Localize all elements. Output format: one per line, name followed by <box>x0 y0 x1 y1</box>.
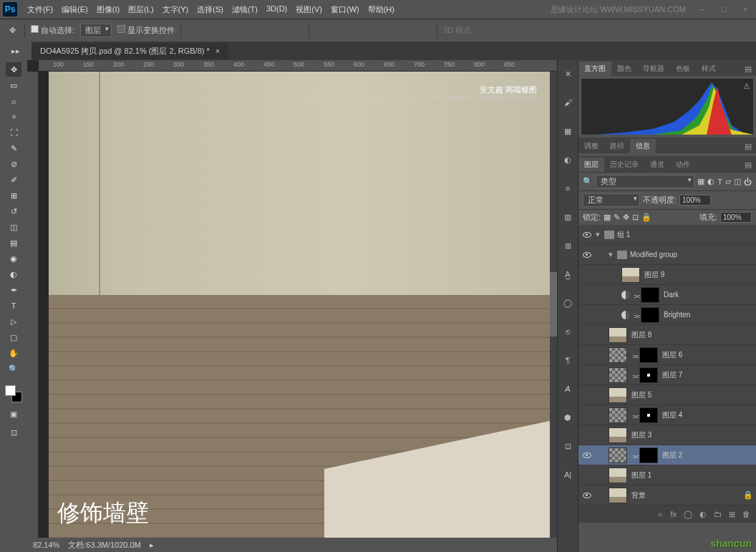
dodge-tool[interactable]: ◐ <box>6 267 21 281</box>
distribute-icon[interactable] <box>315 24 328 37</box>
layer-row[interactable]: 图层 9 <box>578 265 756 285</box>
magic-wand-tool[interactable]: ✧ <box>6 110 21 124</box>
layer-row[interactable]: ⫘图层 6 <box>578 345 756 365</box>
color-swatches[interactable] <box>5 385 22 402</box>
type-tool[interactable]: T <box>6 299 21 313</box>
auto-select-checkbox[interactable]: 自动选择: <box>31 25 74 36</box>
align-hcenter-icon[interactable] <box>271 24 284 37</box>
lock-nest-icon[interactable]: ⊡ <box>632 213 639 222</box>
canvas[interactable]: anwenchaoAN WENCHAO HIGH-END GRAPHIC OFF… <box>49 72 550 538</box>
crop-tool[interactable]: ⛶ <box>6 125 21 140</box>
layer-row[interactable]: 图层 8 <box>578 325 756 345</box>
brush-tool[interactable]: ✐ <box>6 173 21 187</box>
layer-row[interactable]: ⫘图层 2 <box>578 445 756 465</box>
lock-pos-icon[interactable]: ✥ <box>623 213 629 222</box>
gradient-tool[interactable]: ▤ <box>6 236 21 250</box>
eraser-tool[interactable]: ◫ <box>6 220 21 234</box>
layer-row[interactable]: ▾组 1 <box>578 225 756 245</box>
lock-trans-icon[interactable]: ▦ <box>604 213 611 222</box>
lock-all-icon[interactable]: 🔒 <box>641 213 651 222</box>
layer-row[interactable]: 图层 1 <box>578 465 756 485</box>
measurement-icon[interactable]: A| <box>560 467 576 483</box>
opacity-input[interactable] <box>679 195 711 205</box>
zoom-tool[interactable]: 🔍 <box>6 362 21 376</box>
menu-文字(Y)[interactable]: 文字(Y) <box>158 4 193 15</box>
layer-row[interactable]: ▾Modified group <box>578 245 756 265</box>
filter-shape-icon[interactable]: ▱ <box>725 177 731 186</box>
zoom-level[interactable]: 82.14% <box>33 541 59 549</box>
filter-smart-icon[interactable]: ◫ <box>734 177 741 186</box>
mask-icon[interactable]: ◯ <box>684 510 692 519</box>
hand-tool[interactable]: ✋ <box>6 346 21 360</box>
healing-brush-tool[interactable]: ⊘ <box>6 157 21 171</box>
3d-slide-icon[interactable] <box>535 24 548 37</box>
menu-选择(S)[interactable]: 选择(S) <box>193 4 228 15</box>
quick-mask-icon[interactable]: ▣ <box>6 407 21 421</box>
panel-tab[interactable]: 导航器 <box>637 62 670 76</box>
show-transform-checkbox[interactable]: 显示变换控件 <box>117 25 175 36</box>
paragraph-icon[interactable]: ¶ <box>560 352 576 368</box>
move-tool[interactable]: ✥ <box>6 62 21 77</box>
workspace-icon[interactable] <box>722 24 735 37</box>
cc-libraries-icon[interactable]: ◯ <box>560 295 576 311</box>
rectangle-tool[interactable]: ▢ <box>6 330 21 344</box>
styles-icon[interactable]: ≡ <box>560 180 576 196</box>
lasso-tool[interactable]: ⌕ <box>6 94 21 108</box>
distribute-icon[interactable] <box>418 24 431 37</box>
filter-type-icon[interactable]: T <box>717 178 722 186</box>
panel-tab[interactable]: 信息 <box>630 139 656 153</box>
marquee-tool[interactable]: ▭ <box>6 78 21 92</box>
panel-menu-icon[interactable]: ▤ <box>740 158 756 172</box>
panel-tab[interactable]: 调整 <box>578 139 604 153</box>
delete-icon[interactable]: 🗑 <box>742 510 750 518</box>
utensils-icon[interactable]: ✕ <box>560 66 576 82</box>
align-left-icon[interactable] <box>253 24 266 37</box>
brush-panel-icon[interactable]: 🖌 <box>560 95 576 110</box>
menu-视图(V)[interactable]: 视图(V) <box>291 4 326 15</box>
tab-close-icon[interactable]: × <box>215 47 220 55</box>
align-right-icon[interactable] <box>290 24 303 37</box>
visibility-toggle[interactable] <box>578 252 596 258</box>
fx-icon[interactable]: fx <box>670 510 677 518</box>
blend-mode-dropdown[interactable]: 正常 <box>583 193 640 207</box>
menu-窗口(W)[interactable]: 窗口(W) <box>326 4 364 15</box>
character-icon[interactable]: A̲ <box>560 266 576 282</box>
visibility-toggle[interactable] <box>578 452 596 458</box>
distribute-icon[interactable] <box>381 24 394 37</box>
swatches-icon[interactable]: ▥ <box>560 209 576 225</box>
panel-tab[interactable]: 路径 <box>604 139 630 153</box>
minimize-button[interactable]: ─ <box>692 2 713 16</box>
blur-tool[interactable]: ◉ <box>6 251 21 266</box>
layer-row[interactable]: ⫘图层 4 <box>578 405 756 425</box>
lock-paint-icon[interactable]: ✎ <box>614 213 620 222</box>
panel-tab[interactable]: 样式 <box>696 62 722 76</box>
fill-input[interactable] <box>720 212 752 223</box>
brush-presets-icon[interactable]: ▦ <box>560 123 576 139</box>
3d-orbit-icon[interactable] <box>479 24 492 37</box>
filter-toggle-icon[interactable]: ⏻ <box>744 178 752 186</box>
visibility-toggle[interactable] <box>578 232 596 238</box>
adjustment-icon[interactable]: ◐ <box>699 510 707 519</box>
layer-row[interactable]: 图层 3 <box>578 425 756 445</box>
history-brush-tool[interactable]: ↺ <box>6 204 21 218</box>
panel-tab[interactable]: 色板 <box>670 62 696 76</box>
properties-icon[interactable]: ⊡ <box>560 438 576 454</box>
3d-pan-icon[interactable] <box>516 24 529 37</box>
menu-编辑(E)[interactable]: 编辑(E) <box>57 4 92 15</box>
align-vcenter-icon[interactable] <box>205 24 218 37</box>
panel-tab[interactable]: 通道 <box>644 158 670 172</box>
eyedropper-tool[interactable]: ✎ <box>6 141 21 155</box>
clone-source-icon[interactable]: ⊞ <box>560 238 576 253</box>
align-top-icon[interactable] <box>187 24 200 37</box>
scrollbar-vertical[interactable] <box>550 72 557 538</box>
panel-tab[interactable]: 直方图 <box>578 62 611 76</box>
layer-row[interactable]: ⫘Dark <box>578 285 756 305</box>
device-preview-icon[interactable]: ⎋ <box>560 324 576 339</box>
layer-filter-dropdown[interactable]: 类型 <box>596 175 694 188</box>
visibility-toggle[interactable] <box>578 493 596 498</box>
3d-icon[interactable]: ⬢ <box>560 410 576 425</box>
menu-帮助(H)[interactable]: 帮助(H) <box>364 4 399 15</box>
panel-menu-icon[interactable]: ▤ <box>740 62 756 76</box>
menu-图层(L)[interactable]: 图层(L) <box>124 4 158 15</box>
layer-row[interactable]: 图层 5 <box>578 385 756 405</box>
